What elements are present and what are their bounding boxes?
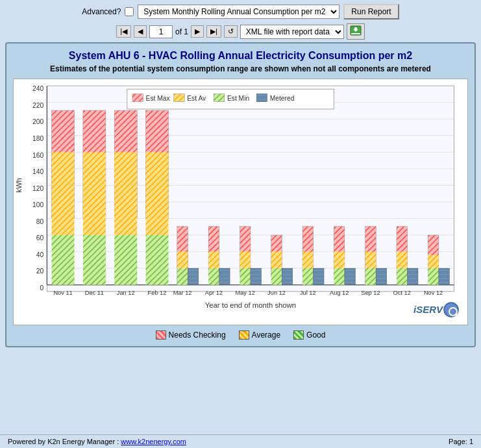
svg-text:Est Av: Est Av (187, 95, 206, 102)
svg-text:Apr 12: Apr 12 (205, 290, 223, 296)
refresh-button[interactable]: ↺ (224, 25, 238, 38)
svg-rect-81 (314, 268, 324, 285)
bottom-legend: Needs Checking Average Good (13, 330, 468, 340)
svg-text:0: 0 (40, 284, 44, 292)
first-page-button[interactable]: |◀ (116, 25, 131, 38)
svg-text:240: 240 (32, 85, 43, 92)
svg-text:Est Max: Est Max (146, 95, 170, 102)
svg-text:60: 60 (36, 234, 44, 242)
svg-text:Aug 12: Aug 12 (330, 290, 349, 296)
legend-good: Good (293, 330, 325, 340)
prev-page-button[interactable]: ◀ (134, 25, 147, 38)
svg-rect-3 (351, 33, 360, 34)
svg-rect-2 (354, 27, 357, 30)
footer-right: Page: 1 (449, 438, 473, 445)
svg-rect-48 (83, 235, 106, 285)
average-swatch (239, 330, 249, 340)
svg-text:200: 200 (32, 118, 43, 125)
svg-rect-84 (334, 252, 344, 269)
svg-rect-100 (428, 268, 438, 285)
page-input[interactable] (149, 25, 173, 38)
svg-text:Mar 12: Mar 12 (173, 290, 192, 296)
svg-line-115 (456, 314, 459, 317)
svg-text:Jun 12: Jun 12 (267, 290, 286, 296)
svg-rect-89 (365, 252, 376, 269)
svg-rect-95 (397, 268, 407, 285)
svg-text:Dec 11: Dec 11 (85, 290, 104, 296)
svg-text:Year to end of month shown: Year to end of month shown (205, 301, 296, 309)
svg-rect-60 (177, 268, 188, 285)
svg-text:Oct 12: Oct 12 (393, 290, 411, 296)
footer-bar: Powered by K2n Energy Manager : www.k2ne… (0, 434, 481, 448)
next-page-button[interactable]: ▶ (191, 25, 204, 38)
svg-rect-107 (174, 93, 184, 101)
svg-text:Nov 11: Nov 11 (53, 290, 72, 296)
svg-text:Est Min: Est Min (227, 95, 250, 102)
page-of-label: of 1 (175, 27, 188, 36)
svg-rect-96 (407, 268, 417, 285)
svg-rect-75 (271, 268, 282, 285)
toolbar-row1: Advanced? System Monthly Rolling Annual … (6, 4, 475, 19)
svg-text:May 12: May 12 (236, 290, 255, 296)
svg-rect-91 (376, 268, 386, 285)
svg-rect-80 (302, 268, 313, 285)
svg-rect-47 (83, 152, 106, 235)
svg-text:100: 100 (32, 201, 43, 208)
svg-rect-76 (282, 268, 292, 285)
svg-rect-109 (214, 93, 224, 101)
last-page-button[interactable]: ▶| (206, 25, 221, 38)
svg-rect-64 (208, 252, 219, 269)
svg-rect-70 (240, 268, 250, 285)
svg-text:160: 160 (32, 152, 43, 159)
svg-rect-105 (132, 93, 143, 101)
svg-text:140: 140 (32, 168, 43, 175)
report-select[interactable]: System Monthly Rolling Annual Consumptio… (138, 5, 339, 19)
footer-link[interactable]: www.k2nenergy.com (121, 438, 186, 445)
svg-rect-55 (146, 152, 169, 235)
legend-needs-checking: Needs Checking (156, 330, 226, 340)
svg-rect-90 (365, 268, 376, 285)
xml-select[interactable]: XML file with report data (240, 25, 344, 39)
svg-text:80: 80 (36, 218, 44, 225)
advanced-checkbox[interactable] (125, 7, 134, 16)
svg-rect-71 (251, 268, 261, 285)
svg-rect-79 (302, 252, 313, 269)
svg-rect-43 (52, 152, 75, 235)
svg-text:Feb 12: Feb 12 (148, 290, 167, 296)
svg-rect-94 (397, 252, 407, 269)
svg-rect-51 (114, 152, 137, 235)
svg-text:Jul 12: Jul 12 (300, 290, 316, 296)
svg-rect-65 (208, 268, 219, 285)
svg-text:120: 120 (32, 185, 43, 192)
svg-text:40: 40 (36, 251, 44, 258)
svg-rect-69 (240, 252, 250, 269)
svg-text:Sep 12: Sep 12 (361, 290, 380, 296)
svg-rect-56 (146, 235, 169, 285)
svg-rect-59 (177, 252, 188, 269)
download-button[interactable] (347, 23, 365, 40)
svg-text:180: 180 (32, 135, 43, 142)
toolbar: Advanced? System Monthly Rolling Annual … (0, 0, 481, 42)
svg-rect-101 (439, 268, 449, 285)
needs-checking-swatch (156, 330, 166, 340)
svg-rect-111 (256, 93, 267, 101)
chart-title: System AHU 6 - HVAC Rolling Annual Elect… (13, 50, 468, 62)
chart-svg: 0 20 40 60 80 100 120 140 160 180 200 22… (14, 79, 467, 325)
svg-rect-52 (114, 235, 137, 285)
needs-checking-label: Needs Checking (169, 330, 226, 340)
svg-text:Metered: Metered (270, 95, 295, 102)
svg-text:kWh: kWh (15, 178, 23, 192)
chart-area: 0 20 40 60 80 100 120 140 160 180 200 22… (13, 79, 468, 325)
good-swatch (293, 330, 304, 340)
svg-rect-74 (271, 252, 282, 269)
svg-rect-86 (345, 268, 355, 285)
svg-text:220: 220 (32, 102, 43, 109)
run-report-button[interactable]: Run Report (343, 4, 399, 19)
svg-rect-44 (52, 235, 75, 285)
good-label: Good (306, 330, 325, 340)
chart-subtitle: Estimates of the potential system consum… (13, 64, 468, 73)
toolbar-row2: |◀ ◀ of 1 ▶ ▶| ↺ XML file with report da… (6, 23, 475, 40)
legend-average: Average (239, 330, 280, 340)
svg-rect-85 (334, 268, 344, 285)
svg-text:20: 20 (36, 268, 44, 275)
